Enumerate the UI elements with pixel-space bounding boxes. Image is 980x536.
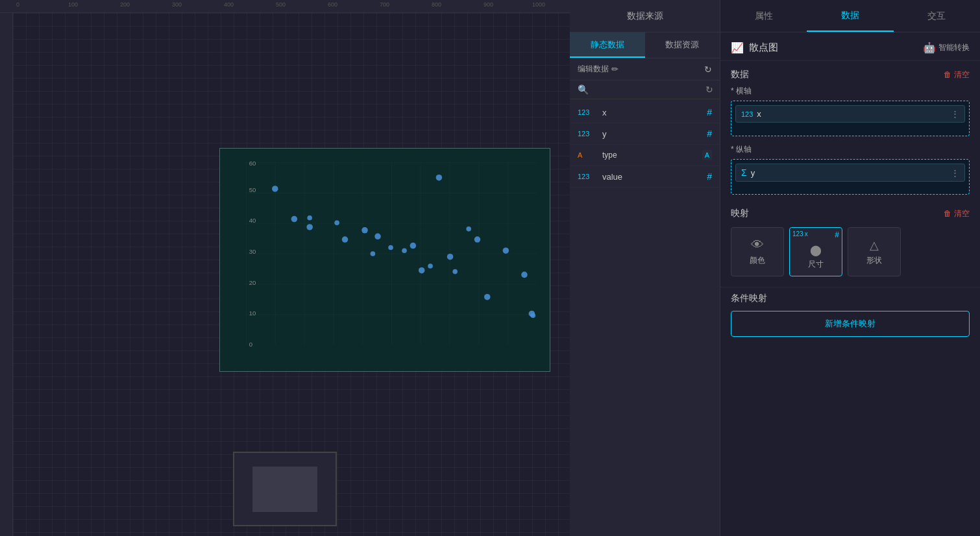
datasource-header: 数据来源 bbox=[570, 0, 720, 32]
field-item-y[interactable]: 123 y # bbox=[570, 123, 720, 145]
y-axis-field-tag[interactable]: Σ y ⋮ bbox=[735, 164, 965, 182]
svg-point-29 bbox=[447, 254, 454, 260]
trash-icon-mapping: 🗑 bbox=[944, 209, 951, 218]
field-name-value: value bbox=[602, 172, 702, 182]
clear-data-button[interactable]: 🗑 清空 bbox=[944, 69, 970, 80]
field-hash-y: # bbox=[707, 128, 712, 139]
y-field-label: y bbox=[751, 168, 947, 178]
svg-point-28 bbox=[436, 175, 443, 181]
svg-point-25 bbox=[410, 243, 417, 249]
ruler-tick: 200 bbox=[120, 1, 130, 8]
svg-point-34 bbox=[503, 247, 509, 254]
svg-point-15 bbox=[291, 216, 298, 223]
chart-inner: 0 10 20 30 40 50 60 0 20 40 60 80 100 bbox=[220, 149, 550, 371]
field-type-y: 123 bbox=[578, 130, 597, 138]
clear-mapping-button[interactable]: 🗑 清空 bbox=[944, 208, 970, 219]
svg-point-22 bbox=[374, 234, 381, 240]
svg-point-31 bbox=[466, 226, 471, 232]
svg-point-17 bbox=[307, 215, 312, 221]
size-field-type: 123 bbox=[792, 230, 803, 238]
field-item-x[interactable]: 123 x # bbox=[570, 102, 720, 123]
mapping-title: 映射 bbox=[731, 208, 749, 219]
chart-container[interactable]: 0 10 20 30 40 50 60 0 20 40 60 80 100 bbox=[219, 148, 550, 372]
minimap[interactable] bbox=[233, 452, 337, 526]
mapping-card-size[interactable]: # 123 x ⬤ 尺寸 bbox=[789, 227, 842, 276]
condition-mapping-header: 条件映射 bbox=[731, 293, 970, 304]
tab-static-data[interactable]: 静态数据 bbox=[570, 32, 645, 58]
smart-convert-button[interactable]: 🤖 智能转换 bbox=[923, 42, 970, 54]
svg-point-16 bbox=[306, 224, 313, 230]
y-field-menu[interactable]: ⋮ bbox=[951, 168, 959, 178]
refresh-icon: ↻ bbox=[704, 64, 712, 75]
field-name-x: x bbox=[602, 108, 702, 117]
svg-text:60: 60 bbox=[249, 160, 256, 167]
field-type-x: 123 bbox=[578, 108, 597, 116]
svg-text:30: 30 bbox=[249, 248, 256, 255]
action-bar: 编辑数据 ✏ ↻ bbox=[570, 58, 720, 80]
tab-data-resource[interactable]: 数据资源 bbox=[645, 32, 720, 58]
x-axis-field-box[interactable]: 123 x ⋮ bbox=[731, 101, 970, 136]
tab-attributes[interactable]: 属性 bbox=[720, 0, 807, 32]
svg-point-21 bbox=[371, 251, 376, 256]
svg-rect-0 bbox=[246, 162, 537, 345]
field-name-type: type bbox=[602, 151, 697, 160]
svg-point-32 bbox=[474, 236, 481, 243]
x-field-label: x bbox=[757, 109, 947, 119]
field-item-value[interactable]: 123 value # bbox=[570, 166, 720, 188]
ruler-left bbox=[0, 13, 13, 536]
edit-data-button[interactable]: 编辑数据 ✏ bbox=[578, 64, 619, 75]
size-label: 尺寸 bbox=[808, 259, 824, 270]
shape-icon: △ bbox=[870, 238, 879, 252]
svg-point-19 bbox=[342, 236, 349, 243]
data-section-header: 数据 🗑 清空 bbox=[720, 61, 980, 86]
chart-line-icon: 📈 bbox=[731, 42, 744, 54]
svg-text:20: 20 bbox=[314, 348, 321, 348]
y-type-icon: Σ bbox=[741, 167, 747, 178]
search-bar: 🔍 ↻ bbox=[570, 80, 720, 99]
field-hash-value: # bbox=[707, 171, 712, 182]
minimap-inner bbox=[252, 467, 317, 512]
ruler-tick: 0 bbox=[16, 1, 19, 8]
field-type-value: 123 bbox=[578, 173, 597, 180]
eye-icon: 👁 bbox=[751, 238, 764, 252]
search-refresh-icon[interactable]: ↻ bbox=[705, 84, 713, 95]
add-condition-button[interactable]: 新增条件映射 bbox=[731, 311, 970, 337]
datasource-title: 数据来源 bbox=[627, 10, 663, 22]
props-content: 📈 散点图 🤖 智能转换 数据 🗑 清空 * 横轴 123 x bbox=[720, 32, 980, 536]
canvas-area: 0 100 200 300 400 500 600 700 800 900 10… bbox=[0, 0, 570, 536]
ruler-tick: 400 bbox=[224, 1, 234, 8]
chart-type-label: 散点图 bbox=[749, 42, 778, 54]
x-field-menu[interactable]: ⋮ bbox=[951, 109, 959, 119]
properties-panel: 属性 数据 交互 📈 散点图 🤖 智能转换 数据 🗑 清空 bbox=[720, 0, 980, 536]
search-input[interactable] bbox=[593, 85, 702, 95]
mapping-section-header: 映射 🗑 清空 bbox=[731, 208, 970, 222]
ruler-tick: 600 bbox=[328, 1, 337, 8]
field-item-type[interactable]: A type A bbox=[570, 145, 720, 166]
ruler-tick: 900 bbox=[484, 1, 493, 8]
y-axis-field-box[interactable]: Σ y ⋮ bbox=[731, 159, 970, 195]
ruler-tick: 100 bbox=[68, 1, 78, 8]
y-axis-label: * 纵轴 bbox=[731, 144, 970, 155]
mapping-card-shape[interactable]: △ 形状 bbox=[848, 227, 901, 276]
svg-text:0: 0 bbox=[249, 341, 252, 348]
ruler-tick: 300 bbox=[172, 1, 182, 8]
svg-point-33 bbox=[484, 294, 491, 300]
ruler-top: 0 100 200 300 400 500 600 700 800 900 10… bbox=[0, 0, 570, 13]
ruler-tick: 700 bbox=[380, 1, 389, 8]
svg-point-35 bbox=[521, 272, 528, 278]
x-type-icon: 123 bbox=[741, 110, 753, 118]
search-icon: 🔍 bbox=[578, 84, 589, 95]
refresh-button[interactable]: ↻ bbox=[704, 64, 712, 75]
color-label: 颜色 bbox=[750, 255, 765, 266]
svg-text:100: 100 bbox=[530, 348, 537, 348]
svg-text:40: 40 bbox=[370, 348, 377, 348]
mapping-card-color[interactable]: 👁 颜色 bbox=[731, 227, 784, 276]
x-axis-field-tag[interactable]: 123 x ⋮ bbox=[735, 105, 965, 123]
svg-text:20: 20 bbox=[249, 279, 256, 286]
tab-data[interactable]: 数据 bbox=[807, 0, 893, 32]
svg-point-14 bbox=[272, 186, 278, 192]
ruler-tick: 500 bbox=[276, 1, 286, 8]
condition-mapping-title: 条件映射 bbox=[731, 293, 767, 304]
ruler-tick: 800 bbox=[432, 1, 441, 8]
tab-interact[interactable]: 交互 bbox=[894, 0, 980, 32]
